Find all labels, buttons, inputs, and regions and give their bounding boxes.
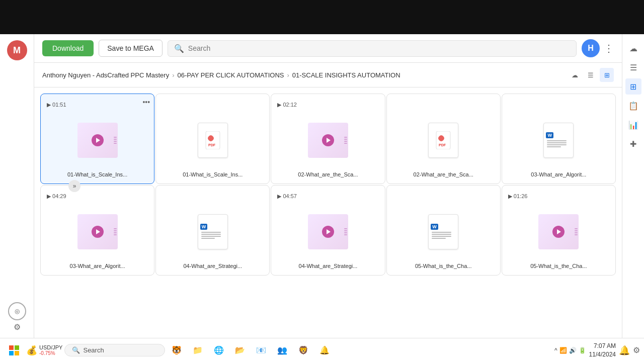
video-lines [113, 214, 118, 249]
svg-rect-5 [15, 345, 19, 350]
card-header: ▶ 02:12 [277, 100, 378, 109]
taskbar-app-brave[interactable]: 🦁 [294, 341, 313, 360]
more-options-icon[interactable]: ⋮ [604, 42, 614, 54]
download-button[interactable]: Download [42, 40, 94, 56]
taskbar-app-tiger[interactable]: 🐯 [167, 341, 186, 360]
svg-rect-6 [9, 351, 14, 355]
file-grid: ▶ 01:51 01-What_is_Scale_Ins... ••• [34, 87, 622, 338]
file-card[interactable]: W 05-What_is_the_Cha... ••• [386, 185, 501, 276]
list-view-button[interactable]: ☰ [584, 68, 598, 82]
video-lines [574, 214, 579, 249]
search-icon: 🔍 [174, 44, 184, 53]
word-badge: W [200, 224, 208, 230]
stock-change: -0.75% [39, 350, 62, 356]
save-to-mega-button[interactable]: Save to MEGA [99, 40, 163, 57]
breadcrumb-item-1[interactable]: 06-PAY PER CLICK AUTOMATIONS [178, 71, 284, 79]
rpanel-grid-icon[interactable]: ⊞ [625, 78, 641, 95]
rpanel-chart-icon[interactable]: 📊 [625, 117, 641, 133]
play-button-icon [322, 134, 334, 146]
file-card[interactable]: PDF 01-What_is_Scale_Ins... ••• [155, 94, 270, 184]
taskbar-app-teams[interactable]: 👥 [273, 341, 292, 360]
top-bar [0, 0, 644, 34]
card-header [393, 100, 494, 109]
main-content: Download Save to MEGA 🔍 H ⋮ Anthony Nguy… [34, 34, 622, 338]
file-icon-area: PDF [393, 113, 494, 167]
date-display: 11/4/2024 [589, 350, 616, 359]
video-thumbnail [77, 214, 118, 249]
tray-area: ^ 📶 🔊 🔋 [554, 347, 586, 354]
svg-text:PDF: PDF [208, 143, 216, 147]
mega-logo[interactable]: M [7, 40, 27, 60]
word-icon: W [428, 214, 458, 249]
word-icon: W [198, 214, 228, 249]
video-thumbnail [308, 214, 348, 249]
toolbar: Download Save to MEGA 🔍 H ⋮ [34, 34, 622, 63]
breadcrumb-item-0[interactable]: Anthony Nguyen - AdsCrafted PPC Mastery [42, 71, 169, 79]
file-card[interactable]: ▶ 02:12 02-What_are_the_Sca... ••• [271, 94, 385, 184]
tray-sound[interactable]: 🔊 [569, 347, 577, 354]
notification-icon[interactable]: 🔔 [619, 345, 630, 356]
breadcrumb: Anthony Nguyen - AdsCrafted PPC Mastery … [34, 63, 622, 87]
sidebar-bottom: ◎ ⚙ [8, 302, 26, 332]
taskbar-app-outlook[interactable]: 📧 [252, 341, 271, 360]
file-name: 04-What_are_Strategi... [183, 263, 242, 269]
breadcrumb-item-2[interactable]: 01-SCALE INSIGHTS AUTOMATION [292, 71, 400, 79]
file-card[interactable]: ▶ 04:57 04-What_are_Strategi... ••• [271, 185, 385, 276]
breadcrumb-sep-0: › [172, 71, 174, 79]
file-card[interactable]: ▶ 01:51 01-What_is_Scale_Ins... ••• [40, 94, 154, 184]
taskbar-app-notification[interactable]: 🔔 [315, 341, 334, 360]
file-name: 03-What_are_Algorit... [531, 171, 586, 177]
file-name: 05-What_is_the_Cha... [530, 263, 587, 269]
video-thumbnail [77, 123, 118, 158]
user-avatar[interactable]: H [582, 39, 600, 57]
file-card[interactable]: PDF 02-What_are_the_Sca... ••• [386, 94, 501, 184]
stock-icon: 💰 [26, 345, 37, 356]
tray-battery[interactable]: 🔋 [579, 347, 586, 354]
taskbar-app-folder[interactable]: 📂 [230, 341, 250, 360]
view-icons: ☁ ☰ ⊞ [568, 68, 614, 82]
file-card[interactable]: W 04-What_are_Strategi... ••• [155, 185, 270, 276]
start-button[interactable] [4, 340, 24, 360]
time-block[interactable]: 7:07 AM 11/4/2024 [589, 342, 616, 359]
grid-view-button[interactable]: ⊞ [600, 68, 614, 82]
file-icon-area: W [162, 205, 263, 259]
tray-expand[interactable]: ^ [554, 347, 557, 354]
file-name: 05-What_is_the_Cha... [415, 263, 472, 269]
file-card[interactable]: ▶ 04:29 03-What_are_Algorit... ••• [40, 185, 154, 276]
search-bar[interactable]: 🔍 [168, 40, 577, 57]
time-display: 7:07 AM [589, 342, 616, 350]
video-thumbnail [538, 214, 579, 249]
file-name: 01-What_is_Scale_Ins... [183, 171, 243, 177]
content-wrapper: » Download Save to MEGA 🔍 H ⋮ Anthony Ng… [34, 34, 644, 338]
card-header [508, 100, 609, 109]
file-card[interactable]: ▶ 01:26 05-What_is_the_Cha... ••• [502, 185, 616, 276]
taskbar-settings-icon[interactable]: ⚙ [633, 345, 640, 355]
right-panel: ☁ ☰ ⊞ 📋 📊 ✚ [622, 34, 644, 338]
file-icon-area: PDF [162, 113, 263, 167]
stock-widget[interactable]: 💰 USD/JPY -0.75% [26, 344, 62, 356]
tray-wifi[interactable]: 📶 [559, 347, 567, 354]
rpanel-add-icon[interactable]: ✚ [625, 136, 641, 152]
taskbar-app-files[interactable]: 📁 [188, 341, 207, 360]
taskbar-search[interactable]: 🔍 Search [64, 344, 165, 356]
circle-icon[interactable]: ◎ [8, 302, 26, 320]
file-name: 02-What_are_the_Sca... [298, 171, 358, 177]
play-badge: ▶ 04:57 [277, 193, 297, 200]
rpanel-list-icon[interactable]: ☰ [625, 59, 641, 75]
rpanel-clipboard-icon[interactable]: 📋 [625, 98, 641, 114]
search-input[interactable] [188, 44, 570, 52]
card-header [393, 192, 494, 201]
collapse-button[interactable]: » [68, 180, 80, 192]
taskbar-app-edge[interactable]: 🌐 [209, 341, 228, 360]
rpanel-cloud-icon[interactable]: ☁ [625, 40, 641, 56]
sidebar-settings-icon[interactable]: ⚙ [14, 322, 21, 332]
cloud-view-button[interactable]: ☁ [568, 68, 582, 82]
file-card[interactable]: W 03-What_are_Algorit... ••• [502, 94, 616, 184]
taskbar-right: ^ 📶 🔊 🔋 7:07 AM 11/4/2024 🔔 ⚙ [554, 342, 640, 359]
taskbar: 💰 USD/JPY -0.75% 🔍 Search 🐯 📁 🌐 📂 📧 👥 🦁 … [0, 338, 644, 362]
stock-pair: USD/JPY [39, 344, 62, 350]
svg-rect-4 [9, 345, 14, 350]
file-card-menu[interactable]: ••• [142, 98, 150, 106]
play-button-icon [92, 226, 104, 238]
play-badge: ▶ 01:51 [47, 102, 66, 108]
